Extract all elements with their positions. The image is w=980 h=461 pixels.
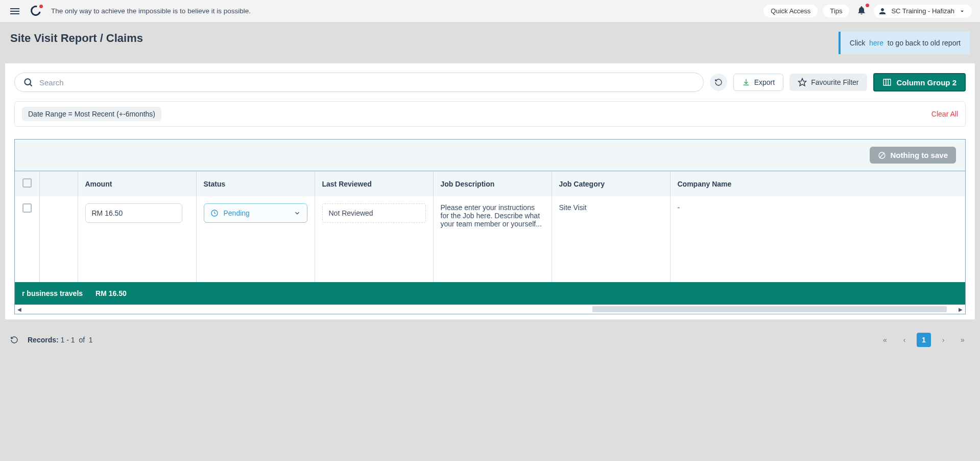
status-label: Pending: [224, 209, 250, 217]
header-checkbox-col: [15, 171, 39, 196]
page-title: Site Visit Report / Claims: [10, 32, 143, 45]
old-report-notice: Click here to go back to old report: [839, 32, 970, 54]
svg-line-7: [880, 153, 885, 157]
clear-all-filters[interactable]: Clear All: [931, 110, 958, 118]
header-company-name[interactable]: Company Name: [670, 171, 965, 196]
menu-toggle-button[interactable]: [8, 6, 21, 16]
main-panel: Export Favourite Filter Column Group 2 D…: [5, 63, 975, 319]
user-menu[interactable]: SC Training - Hafizah: [874, 5, 972, 18]
toolbar: Export Favourite Filter Column Group 2: [14, 73, 966, 92]
user-label: SC Training - Hafizah: [891, 7, 954, 15]
bell-icon: [856, 5, 867, 15]
chevron-down-icon: [959, 8, 966, 15]
search-wrap: [14, 73, 704, 92]
cell-blank: [39, 196, 78, 282]
user-icon: [878, 7, 887, 16]
total-row: r business travels RM 16.50: [15, 282, 965, 305]
pager-next[interactable]: ›: [936, 333, 950, 347]
cell-job-description[interactable]: Please enter your instructions for the J…: [433, 196, 552, 282]
column-group-button[interactable]: Column Group 2: [873, 73, 966, 91]
tips-button[interactable]: Tips: [823, 5, 849, 17]
quick-access-button[interactable]: Quick Access: [763, 5, 818, 17]
svg-rect-3: [883, 79, 891, 85]
tagline-text: The only way to achieve the impossible i…: [51, 7, 754, 15]
search-icon: [23, 77, 33, 87]
pager-page-current[interactable]: 1: [917, 333, 931, 347]
cell-status: Pending: [196, 196, 315, 282]
notice-pre: Click: [850, 39, 865, 47]
clock-icon: [210, 209, 219, 217]
nothing-to-save-button: Nothing to save: [870, 147, 956, 164]
export-label: Export: [754, 78, 775, 86]
scroll-left-arrow[interactable]: ◀: [15, 307, 24, 312]
total-amount: RM 16.50: [83, 289, 127, 297]
table-row: Pending Not Reviewed Please enter your i…: [15, 196, 965, 282]
export-button[interactable]: Export: [733, 74, 783, 91]
last-reviewed-value[interactable]: Not Reviewed: [322, 203, 426, 223]
row-checkbox[interactable]: [22, 203, 32, 213]
total-label-fragment: r business travels: [22, 289, 83, 297]
download-icon: [742, 78, 750, 86]
scroll-right-arrow[interactable]: ▶: [956, 307, 965, 312]
chevron-down-icon: [294, 210, 301, 217]
star-icon: [798, 78, 807, 87]
pager-last[interactable]: »: [955, 333, 970, 347]
header-job-category[interactable]: Job Category: [552, 171, 670, 196]
select-all-checkbox[interactable]: [22, 178, 32, 188]
pagination-footer: Records: 1 - 1 of 1 « ‹ 1 › »: [0, 325, 980, 362]
svg-line-1: [30, 84, 32, 86]
records-info: Records: 1 - 1 of 1: [28, 336, 93, 344]
records-label: Records:: [28, 336, 59, 344]
horizontal-scrollbar[interactable]: ◀ ▶: [15, 305, 965, 314]
notifications-button[interactable]: [854, 4, 869, 18]
filter-chip-date-range[interactable]: Date Range = Most Recent (+-6months): [22, 107, 161, 121]
data-table: Amount Status Last Reviewed Job Descript…: [15, 171, 965, 282]
records-of: of: [79, 336, 85, 344]
pager-prev[interactable]: ‹: [897, 333, 912, 347]
old-report-link[interactable]: here: [869, 39, 883, 47]
refresh-icon: [714, 78, 723, 86]
cell-job-category: Site Visit: [552, 196, 670, 282]
filter-bar: Date Range = Most Recent (+-6months) Cle…: [14, 101, 966, 127]
columns-icon: [882, 78, 892, 87]
table-header-row: Amount Status Last Reviewed Job Descript…: [15, 171, 965, 196]
scroll-thumb[interactable]: [592, 306, 947, 312]
notification-dot: [866, 4, 869, 7]
header-job-description[interactable]: Job Description: [433, 171, 552, 196]
scroll-track[interactable]: [24, 306, 956, 312]
app-logo[interactable]: [31, 6, 42, 17]
header-status[interactable]: Status: [196, 171, 315, 196]
header-blank-col: [39, 171, 78, 196]
refresh-button[interactable]: [710, 74, 727, 91]
svg-point-0: [25, 79, 31, 85]
notice-post: to go back to old report: [888, 39, 961, 47]
amount-input[interactable]: [85, 203, 182, 223]
header-amount[interactable]: Amount: [78, 171, 196, 196]
refresh-footer-button[interactable]: [10, 336, 18, 344]
cell-amount: [78, 196, 196, 282]
status-select[interactable]: Pending: [204, 203, 307, 223]
pager-first[interactable]: «: [878, 333, 892, 347]
pager: « ‹ 1 › »: [878, 333, 970, 347]
favourite-filter-button[interactable]: Favourite Filter: [790, 74, 867, 91]
save-bar: Nothing to save: [15, 140, 965, 171]
records-total: 1: [89, 336, 93, 344]
cell-company-name: -: [670, 196, 965, 282]
table-wrap: Nothing to save Amount Statu: [14, 139, 966, 314]
title-row: Site Visit Report / Claims Click here to…: [0, 22, 980, 63]
favourite-filter-label: Favourite Filter: [811, 78, 858, 86]
block-icon: [878, 151, 886, 159]
column-group-label: Column Group 2: [897, 78, 957, 87]
records-range: 1 - 1: [61, 336, 75, 344]
search-input[interactable]: [39, 78, 695, 87]
topbar: The only way to achieve the impossible i…: [0, 0, 980, 22]
header-last-reviewed[interactable]: Last Reviewed: [315, 171, 433, 196]
cell-last-reviewed: Not Reviewed: [315, 196, 433, 282]
svg-marker-2: [799, 79, 806, 86]
nothing-to-save-label: Nothing to save: [890, 151, 948, 159]
